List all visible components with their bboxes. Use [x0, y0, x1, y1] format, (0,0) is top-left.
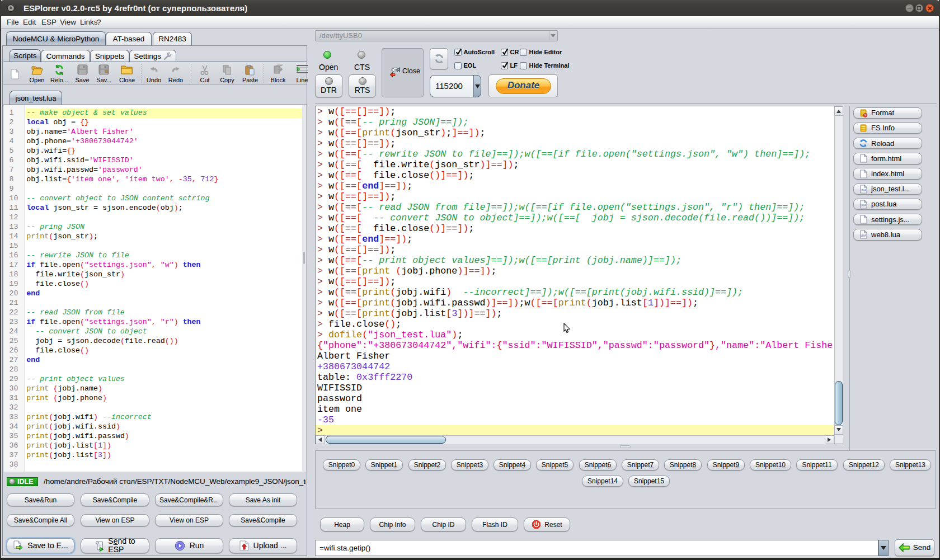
- svg-text:LUA: LUA: [861, 189, 866, 191]
- svg-text:LUA: LUA: [861, 204, 866, 206]
- svg-text:LUA: LUA: [861, 234, 866, 237]
